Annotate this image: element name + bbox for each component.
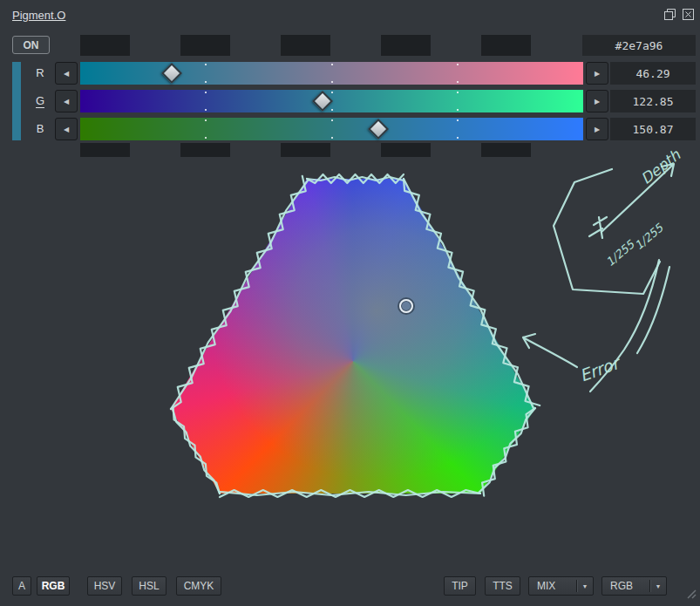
red-slider-handle[interactable] [161, 63, 182, 84]
mode-button-rgb[interactable]: RGB [37, 576, 70, 596]
tip-button[interactable]: TIP [444, 576, 476, 596]
decrement-button[interactable]: ◀ [55, 90, 78, 112]
depth-label: Depth [637, 146, 684, 187]
swatch-slot[interactable] [180, 143, 230, 157]
channel-label: B [31, 118, 49, 140]
fraction-label: 1/255 [603, 237, 637, 269]
mix-dropdown-value: MIX [529, 580, 576, 592]
blue-value-field[interactable]: 150.87 [610, 118, 696, 140]
swatch-slot[interactable] [180, 35, 230, 56]
fraction-label: 1/255 [632, 221, 666, 252]
error-arrow [523, 334, 577, 367]
decrement-button[interactable]: ◀ [55, 118, 78, 140]
resize-grip[interactable] [686, 587, 697, 603]
mode-button-hsl[interactable]: HSL [132, 576, 167, 596]
docker-title: Pigment.O [12, 9, 65, 22]
swoosh-line [590, 260, 659, 392]
blue-slider-handle[interactable] [368, 119, 389, 140]
float-docker-icon[interactable] [663, 8, 676, 21]
mix-dropdown[interactable]: MIX ▼ [528, 576, 594, 596]
hue-hexagon-picker[interactable] [157, 170, 549, 506]
mode-button-hsv[interactable]: HSV [87, 576, 122, 596]
colorspace-dropdown[interactable]: RGB ▼ [601, 576, 667, 596]
error-label: Error [577, 352, 624, 385]
swatch-slot[interactable] [481, 143, 531, 157]
measure-ticks [589, 217, 607, 238]
swatch-slot[interactable] [381, 35, 431, 56]
swoosh-line [637, 267, 669, 353]
green-slider-track[interactable] [80, 90, 583, 112]
swatch-slot[interactable] [281, 35, 330, 56]
sketch-polygon [554, 169, 660, 294]
channel-label: R [31, 62, 49, 85]
swatch-slot[interactable] [381, 143, 431, 157]
green-value-field[interactable]: 122.85 [610, 90, 696, 112]
red-slider-track[interactable] [80, 62, 583, 85]
colorspace-dropdown-value: RGB [602, 580, 649, 592]
swatch-slot[interactable] [80, 35, 130, 56]
channel-label: G [31, 90, 49, 112]
chevron-down-icon: ▼ [577, 583, 593, 589]
increment-button[interactable]: ▶ [586, 62, 608, 85]
close-docker-icon[interactable] [682, 8, 695, 21]
blue-slider-track[interactable] [80, 118, 583, 140]
picker-cursor[interactable] [399, 299, 413, 313]
mode-button-a[interactable]: A [12, 576, 31, 596]
on-toggle-button[interactable]: ON [12, 36, 50, 54]
swatch-slot[interactable] [481, 35, 531, 56]
hex-code-display[interactable]: #2e7a96 [582, 35, 696, 56]
chevron-down-icon: ▼ [650, 583, 666, 589]
swatch-slot[interactable] [281, 143, 330, 157]
increment-button[interactable]: ▶ [586, 90, 608, 112]
decrement-button[interactable]: ◀ [55, 62, 78, 85]
swatch-slot[interactable] [80, 143, 130, 157]
depth-arrow [601, 164, 674, 232]
red-value-field[interactable]: 46.29 [610, 62, 696, 85]
tts-button[interactable]: TTS [485, 576, 520, 596]
increment-button[interactable]: ▶ [586, 118, 608, 140]
mode-button-cmyk[interactable]: CMYK [176, 576, 221, 596]
